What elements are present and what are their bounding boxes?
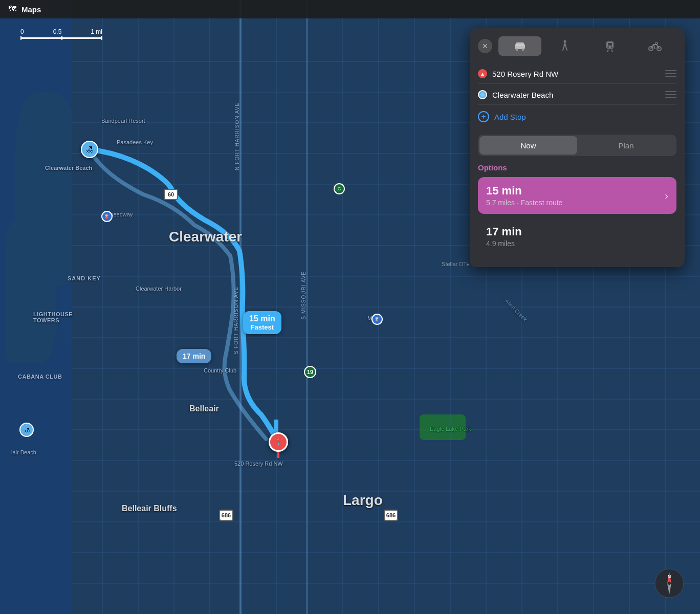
route-1-time: 15 min bbox=[486, 184, 562, 198]
route-686b-badge: 686 bbox=[384, 510, 398, 521]
destination-dot bbox=[478, 90, 487, 99]
scale-label-half: 0.5 bbox=[53, 28, 62, 35]
origin-row: ▲ 520 Rosery Rd NW bbox=[478, 64, 676, 84]
close-icon: ✕ bbox=[482, 42, 488, 50]
origin-dot: ▲ bbox=[478, 69, 487, 78]
svg-point-43 bbox=[516, 49, 518, 51]
route-2-time: 17 min bbox=[486, 225, 522, 238]
svg-point-44 bbox=[522, 49, 524, 51]
svg-point-49 bbox=[611, 47, 612, 48]
add-stop-row[interactable]: + Add Stop bbox=[478, 106, 676, 127]
scale-bar: 0 0.5 1 mi bbox=[20, 28, 102, 39]
callout-fastest[interactable]: 15 min Fastest bbox=[243, 311, 281, 334]
tab-bike[interactable] bbox=[633, 36, 676, 56]
close-button[interactable]: ✕ bbox=[478, 39, 492, 53]
callout-slower[interactable]: 17 min bbox=[177, 349, 211, 363]
route-19-badge: 19 bbox=[304, 366, 316, 378]
beach-pin-small[interactable]: 🏖 bbox=[19, 423, 34, 437]
stellar-watermark: Stellar DT▸ bbox=[442, 261, 470, 268]
svg-point-45 bbox=[564, 40, 566, 43]
scale-label-0: 0 bbox=[20, 28, 24, 35]
plan-button[interactable]: Plan bbox=[577, 136, 675, 155]
add-stop-icon: + bbox=[478, 111, 489, 122]
route-60-badge: 60 bbox=[164, 189, 178, 200]
mobil-poi[interactable]: ⛽ bbox=[371, 314, 383, 325]
add-stop-text: Add Stop bbox=[494, 113, 526, 121]
speedway-poi[interactable]: ⛽ bbox=[101, 211, 113, 222]
svg-text:N: N bbox=[668, 574, 671, 579]
clearwater-poi[interactable]: C bbox=[334, 183, 345, 194]
direction-panel: ✕ bbox=[470, 28, 685, 267]
tab-walk[interactable] bbox=[543, 36, 586, 56]
destination-text[interactable]: Clearwater Beach bbox=[492, 91, 660, 99]
route-2-detail: 4.9 miles bbox=[486, 239, 522, 248]
clearwater-beach-pin[interactable]: 🏖 bbox=[81, 141, 98, 158]
origin-text[interactable]: 520 Rosery Rd NW bbox=[492, 70, 660, 78]
route-inputs: ▲ 520 Rosery Rd NW Clearwater Beach + Ad… bbox=[478, 64, 676, 127]
route-option-2[interactable]: 17 min 4.9 miles bbox=[478, 218, 676, 255]
topbar-title: Maps bbox=[21, 5, 41, 14]
tab-drive[interactable] bbox=[498, 36, 541, 56]
topbar: 🗺 Maps bbox=[0, 0, 700, 18]
svg-rect-47 bbox=[608, 43, 612, 46]
route-1-chevron: › bbox=[665, 190, 668, 202]
options-label: Options bbox=[478, 163, 676, 172]
missouri-label: S MISSOURI AVE bbox=[301, 271, 307, 319]
route-1-detail: 5.7 miles · Fastest route bbox=[486, 199, 562, 207]
harrison-n-label: N FORT HARRISON AVE bbox=[234, 102, 240, 170]
compass: N bbox=[654, 568, 685, 599]
maps-icon: 🗺 bbox=[8, 5, 17, 14]
svg-point-48 bbox=[607, 47, 609, 48]
scale-label-1: 1 mi bbox=[91, 28, 102, 35]
svg-rect-42 bbox=[516, 42, 524, 46]
destination-drag-handle bbox=[665, 90, 676, 99]
svg-point-52 bbox=[655, 42, 658, 45]
route-option-1[interactable]: 15 min 5.7 miles · Fastest route › bbox=[478, 177, 676, 214]
now-button[interactable]: Now bbox=[479, 136, 577, 155]
tab-transit[interactable] bbox=[588, 36, 631, 56]
time-buttons: Now Plan bbox=[478, 135, 676, 156]
transport-tabs: ✕ bbox=[478, 36, 676, 56]
rosery-rd-pin[interactable]: 📍 bbox=[269, 432, 288, 458]
harrison-s-label: S FORT HARRISON AVE bbox=[233, 287, 239, 354]
destination-row: Clearwater Beach bbox=[478, 85, 676, 105]
route-686a-badge: 686 bbox=[219, 510, 233, 521]
origin-drag-handle bbox=[665, 69, 676, 78]
